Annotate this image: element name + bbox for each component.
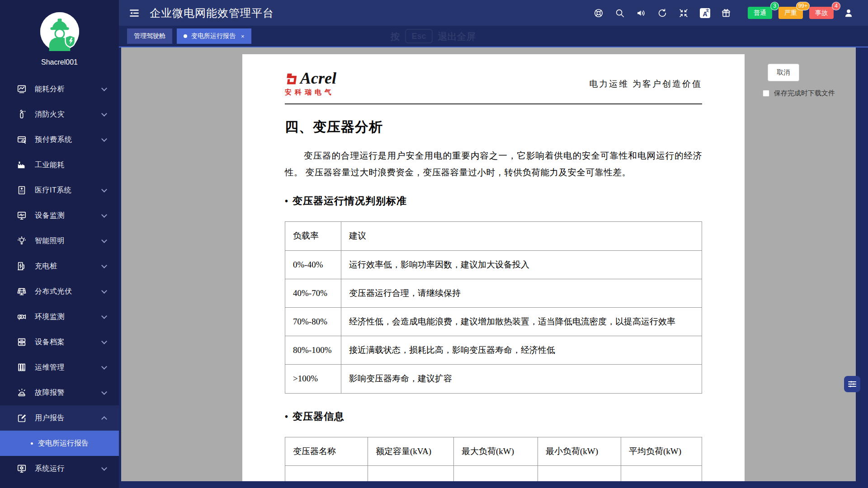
sidebar-item-ev-charging[interactable]: 充电桩 [0, 253, 119, 279]
alarm-button-severe[interactable]: 严重 99+ [778, 7, 803, 19]
collapse-menu-icon[interactable] [128, 7, 140, 19]
brand-name: Acrel [300, 71, 336, 85]
tabbar: 管理驾驶舱 变电所运行报告 × 按 Esc 退出全屏 [119, 26, 868, 47]
environment-icon [17, 312, 27, 322]
sidebar-item-label: 运维管理 [35, 363, 102, 372]
alarm-buttons: 普通 3 严重 99+ 事故 4 [741, 7, 834, 19]
avatar [40, 12, 79, 51]
chevron-down-icon [101, 313, 107, 319]
alarm-count-badge: 3 [770, 2, 779, 10]
column-header: 变压器名称 [285, 437, 368, 465]
system-icon [17, 464, 27, 474]
table-row: >100%影响变压器寿命，建议扩容 [285, 365, 702, 393]
sidebar-item-label: 环境监测 [35, 312, 102, 322]
gift-icon[interactable] [721, 8, 731, 18]
chevron-down-icon [101, 85, 107, 91]
user-icon[interactable] [844, 8, 854, 18]
chevron-up-icon [101, 416, 107, 422]
column-header: 最小负荷(kW) [538, 437, 621, 465]
refresh-icon[interactable] [657, 8, 667, 18]
document-header: Acrel 安科瑞电气 电力运维 为客户创造价值 [285, 71, 702, 97]
sidebar-item-industrial-energy[interactable]: 工业能耗 [0, 152, 119, 178]
report-icon [17, 413, 27, 423]
cancel-button[interactable]: 取消 [768, 64, 799, 81]
sidebar-item-label: 系统运行 [35, 464, 102, 474]
alarm-label: 事故 [815, 9, 828, 16]
column-header: 平均负荷(kW) [621, 437, 702, 465]
sidebar-item-medical-it[interactable]: 医疗IT系统 [0, 178, 119, 203]
chevron-down-icon [101, 389, 107, 395]
fullscreen-esc-hint: 按 Esc 退出全屏 [390, 29, 476, 43]
report-preview-area: Acrel 安科瑞电气 电力运维 为客户创造价值 四、变压器分析 变压器的合理运… [121, 47, 856, 481]
tab-close-icon[interactable]: × [241, 33, 245, 40]
tab-dashboard[interactable]: 管理驾驶舱 [127, 28, 172, 44]
industry-icon [17, 160, 27, 170]
sidebar-item-label: 能耗分析 [35, 84, 102, 94]
sidebar-item-prepaid-system[interactable]: 预付费系统 [0, 127, 119, 152]
sidebar-item-ops-management[interactable]: 运维管理 [0, 355, 119, 380]
active-tab-dot-icon [184, 34, 187, 38]
sidebar-subitem-label: 变电所运行报告 [38, 439, 89, 448]
table-row: 0%-40%运行效率低，影响功率因数，建议加大设备投入 [285, 250, 702, 279]
column-header: 建议 [341, 222, 702, 250]
engineer-avatar-icon [40, 12, 79, 51]
chevron-down-icon [101, 263, 107, 268]
sidebar-item-energy-analysis[interactable]: 能耗分析 [0, 76, 119, 102]
lighting-icon [17, 236, 27, 246]
sidebar-item-fire-safety[interactable]: 消防火灾 [0, 102, 119, 127]
chevron-down-icon [101, 288, 107, 294]
column-header: 最大负荷(kW) [454, 437, 538, 465]
sidebar-item-distributed-pv[interactable]: 分布式光伏 [0, 279, 119, 304]
column-header: 负载率 [285, 222, 341, 250]
chevron-down-icon [101, 212, 107, 218]
sidebar-item-user-report[interactable]: 用户报告 [0, 405, 119, 431]
header-rule [285, 103, 702, 104]
download-checkbox[interactable] [763, 90, 769, 97]
chevron-down-icon [101, 338, 107, 344]
sidebar-item-label: 故障报警 [35, 388, 102, 398]
sliders-icon [847, 379, 858, 389]
tab-label: 变电所运行报告 [191, 32, 236, 40]
page-title: 企业微电网能效管理平台 [150, 6, 274, 20]
sidebar-item-label: 智能照明 [35, 236, 102, 246]
acrel-logo-icon [285, 72, 298, 85]
sidebar-item-environment-monitoring[interactable]: 环境监测 [0, 304, 119, 329]
table-row [285, 465, 702, 481]
sidebar-item-label: 分布式光伏 [35, 287, 102, 296]
help-icon[interactable] [594, 8, 604, 18]
table-row: 40%-70%变压器运行合理，请继续保持 [285, 279, 702, 307]
sidebar-item-device-monitoring[interactable]: 设备监测 [0, 203, 119, 228]
sidebar-item-fault-alarm[interactable]: 故障报警 [0, 380, 119, 405]
search-icon[interactable] [615, 8, 625, 18]
sidebar-item-smart-lighting[interactable]: 智能照明 [0, 228, 119, 253]
alarm-button-normal[interactable]: 普通 3 [748, 7, 772, 19]
exit-fullscreen-icon[interactable] [679, 8, 689, 18]
download-checkbox-row[interactable]: 保存完成时下载文件 [763, 89, 835, 98]
sidebar-item-label: 消防火灾 [35, 110, 102, 119]
download-checkbox-label: 保存完成时下载文件 [774, 89, 835, 98]
chevron-down-icon [101, 364, 107, 370]
sidebar-subitem-substation-report[interactable]: 变电所运行报告 [0, 431, 119, 456]
tab-substation-report[interactable]: 变电所运行报告 × [177, 28, 251, 44]
sidebar-item-system-run[interactable]: 系统运行 [0, 456, 119, 481]
sidebar-item-label: 用户报告 [35, 413, 102, 423]
chevron-down-icon [101, 465, 107, 471]
sidebar-item-device-archive[interactable]: 设备档案 [0, 329, 119, 355]
sidebar-menu: 能耗分析 消防火灾 预付费系统 工业能耗 医疗IT系统 设备监测 智能照明 充电… [0, 76, 119, 481]
sidebar-item-label: 设备监测 [35, 211, 102, 221]
bullet-dot-icon [31, 442, 33, 445]
sidebar-item-label: 工业能耗 [35, 160, 102, 170]
report-settings-button[interactable] [844, 376, 860, 392]
tab-label: 管理驾驶舱 [134, 32, 165, 40]
topbar: 企业微电网能效管理平台 A文 普通 3 严重 99+ 事故 4 [119, 0, 868, 26]
esc-key: Esc [405, 29, 432, 43]
table-header-row: 负载率建议 [285, 222, 702, 250]
chart-icon [17, 84, 27, 94]
brand-tagline: 电力运维 为客户创造价值 [589, 78, 702, 90]
alarm-count-badge: 4 [832, 2, 840, 10]
alarm-label: 普通 [754, 9, 766, 16]
alarm-button-accident[interactable]: 事故 4 [809, 7, 834, 19]
sound-icon[interactable] [636, 8, 646, 18]
section-paragraph: 变压器的合理运行是用户安全用电的重要内容之一，它影响着供电的安全可靠性和电网运行… [285, 147, 702, 181]
translate-icon[interactable]: A文 [700, 8, 710, 18]
